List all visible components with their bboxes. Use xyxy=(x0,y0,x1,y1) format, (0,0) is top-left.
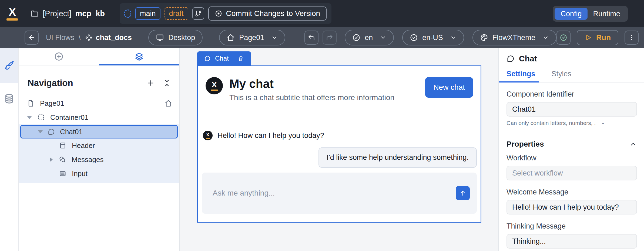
palette-icon xyxy=(480,34,488,42)
identifier-label: Component Identifier xyxy=(507,90,637,98)
workflow-select[interactable] xyxy=(507,166,637,180)
redo-button[interactable] xyxy=(323,31,337,45)
caret-collapsed-icon[interactable] xyxy=(50,157,53,162)
thinking-message-label: Thinking Message xyxy=(507,222,637,230)
branch-button[interactable] xyxy=(192,7,204,20)
config-tab[interactable]: Config xyxy=(555,8,588,20)
new-chat-button[interactable]: New chat xyxy=(425,77,473,98)
top-bar: X [Project] mcp_kb main draft Commit Cha… xyxy=(0,0,644,27)
project-name: mcp_kb xyxy=(75,9,105,18)
identifier-helper-text: Can only contain letters, numbers, . _ - xyxy=(507,120,637,126)
theme-selector[interactable]: FlowXTheme xyxy=(472,30,556,45)
chevron-up-icon xyxy=(629,140,637,148)
database-icon xyxy=(4,93,15,104)
design-rail-item[interactable] xyxy=(0,48,18,83)
version-status-icon xyxy=(124,9,131,18)
bot-avatar: X xyxy=(203,131,213,140)
locale-selector[interactable]: en-US xyxy=(402,30,464,45)
chat-component[interactable]: X My chat This is a chat subtitle that o… xyxy=(197,65,481,223)
collapse-all-icon[interactable] xyxy=(163,79,171,87)
home-icon xyxy=(227,34,235,42)
tab-add-component[interactable] xyxy=(19,48,99,65)
chevron-down-icon xyxy=(380,34,386,41)
welcome-message-input[interactable] xyxy=(507,200,637,214)
tab-layers[interactable] xyxy=(99,48,179,65)
component-type-header: Chat xyxy=(499,48,644,63)
breadcrumb-separator: \ xyxy=(79,34,81,42)
identifier-input[interactable] xyxy=(507,102,637,117)
send-button[interactable] xyxy=(456,186,470,200)
chat-subtree: Chat01 Header Messages Input xyxy=(19,124,179,183)
branch-badge[interactable]: main xyxy=(135,7,160,20)
tree-item-container01[interactable]: Container01 xyxy=(19,110,179,124)
chevron-down-icon xyxy=(450,34,457,41)
caret-expanded-icon[interactable] xyxy=(38,130,43,133)
component-tree: Page01 Container01 Chat01 Header Message… xyxy=(19,96,179,183)
chat-bubble-icon xyxy=(204,55,211,62)
folder-icon xyxy=(30,9,39,18)
validate-button[interactable] xyxy=(556,31,571,45)
left-icon-rail xyxy=(0,48,19,251)
runtime-tab[interactable]: Runtime xyxy=(588,10,626,18)
project-prefix: [Project] xyxy=(43,9,71,18)
caret-expanded-icon[interactable] xyxy=(27,116,32,119)
tree-item-messages[interactable]: Messages xyxy=(19,153,179,167)
device-selector[interactable]: Desktop xyxy=(148,30,203,45)
data-rail-item[interactable] xyxy=(0,89,18,108)
chevron-down-icon xyxy=(271,34,278,41)
project-breadcrumb: [Project] mcp_kb xyxy=(30,0,105,27)
bot-message-row: X Hello! How can I help you today? xyxy=(202,131,477,140)
thinking-message-input[interactable] xyxy=(507,234,637,249)
git-branch-icon xyxy=(195,10,202,17)
settings-panel: Chat Settings Styles Component Identifie… xyxy=(498,48,644,251)
back-button[interactable] xyxy=(25,31,39,45)
language-selector[interactable]: en xyxy=(345,30,394,45)
tree-item-input[interactable]: Input xyxy=(19,167,179,181)
tree-item-page01[interactable]: Page01 xyxy=(19,96,179,110)
add-page-icon[interactable] xyxy=(147,79,155,87)
layers-icon xyxy=(134,52,144,61)
draft-badge[interactable]: draft xyxy=(165,7,188,20)
panel-title: Navigation xyxy=(28,78,73,88)
properties-section-header[interactable]: Properties xyxy=(499,133,644,148)
workflow-label: Workflow xyxy=(507,154,637,162)
run-button[interactable]: Run xyxy=(577,30,618,45)
chevron-down-icon xyxy=(542,34,549,41)
breadcrumb-section[interactable]: UI Flows xyxy=(46,34,74,42)
commit-button[interactable]: Commit Changes to Version xyxy=(208,6,327,21)
more-options-button[interactable] xyxy=(625,31,639,45)
tab-styles[interactable]: Styles xyxy=(539,70,575,82)
container-icon xyxy=(37,114,45,121)
app-logo[interactable]: X xyxy=(6,6,18,21)
page-selector[interactable]: Page01 xyxy=(219,30,285,45)
user-message-bubble: I'd like some help understanding somethi… xyxy=(318,147,477,168)
home-icon xyxy=(165,100,172,107)
editor-toolbar: UI Flows \ chat_docs Desktop Page01 en e… xyxy=(0,27,644,48)
panel-tabs xyxy=(19,48,179,65)
tab-settings[interactable]: Settings xyxy=(499,70,539,82)
play-icon xyxy=(584,34,592,41)
arrow-left-icon xyxy=(28,34,35,41)
kebab-menu-icon xyxy=(628,34,635,41)
messages-icon xyxy=(59,156,66,163)
bot-message-text: Hello! How can I help you today? xyxy=(217,131,324,140)
selection-label[interactable]: Chat xyxy=(197,51,251,65)
avatar-underline xyxy=(206,138,210,139)
mode-toggle: Config Runtime xyxy=(553,6,628,22)
redo-icon xyxy=(326,34,333,41)
trash-icon[interactable] xyxy=(237,55,244,62)
check-circle-icon xyxy=(410,34,418,42)
chat-avatar: X xyxy=(206,77,223,94)
chat-message-input[interactable] xyxy=(202,173,477,214)
undo-button[interactable] xyxy=(304,31,318,45)
check-circle-icon xyxy=(560,34,567,41)
tree-item-header[interactable]: Header xyxy=(19,138,179,153)
tree-item-chat01-selected[interactable]: Chat01 xyxy=(20,125,178,138)
navigation-header: Navigation xyxy=(19,65,179,88)
undo-icon xyxy=(308,34,315,41)
commit-icon xyxy=(215,10,222,17)
input-field-icon xyxy=(59,170,66,177)
chat-header: X My chat This is a chat subtitle that o… xyxy=(198,66,481,118)
settings-tabs: Settings Styles xyxy=(499,70,644,82)
design-canvas[interactable]: Chat X My chat This is a chat subtitle t… xyxy=(180,48,498,251)
